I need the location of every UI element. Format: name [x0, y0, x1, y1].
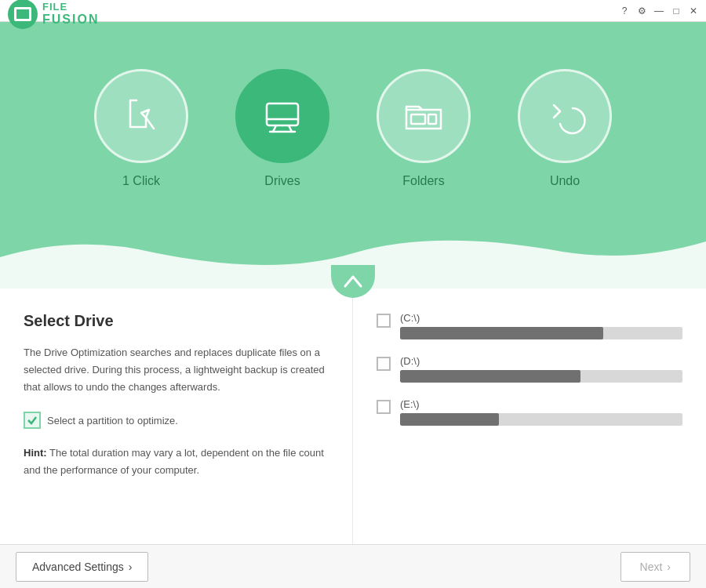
logo: FILE FUSION — [8, 0, 99, 26]
drive-label-c: (C:\) — [400, 312, 682, 324]
check-icon — [27, 415, 38, 426]
logo-text: FILE FUSION — [42, 2, 99, 27]
partition-hint-row: Select a partition to optimize. — [24, 412, 329, 429]
drive-info-c: (C:\) — [400, 312, 682, 339]
undo-icon — [543, 94, 587, 138]
nav-item-1click[interactable]: 1 Click — [94, 69, 188, 188]
drive-bar-fill-d — [400, 370, 580, 383]
minimize-button[interactable]: — — [653, 5, 665, 17]
nav-item-undo[interactable]: Undo — [518, 69, 612, 188]
drive-checkbox-c[interactable] — [377, 314, 391, 328]
next-button[interactable]: Next › — [620, 552, 690, 582]
drives-list: (C:\) (D:\) — [377, 312, 682, 552]
drive-label-d: (D:\) — [400, 355, 682, 367]
close-button[interactable]: ✕ — [687, 5, 700, 17]
hint-text: Hint: The total duration may vary a lot,… — [24, 445, 329, 479]
left-panel: Select Drive The Drive Optimization sear… — [0, 289, 353, 588]
nav-label-folders: Folders — [402, 174, 444, 188]
main-content: Select Drive The Drive Optimization sear… — [0, 289, 706, 588]
partition-text: Select a partition to optimize. — [47, 415, 178, 426]
drive-info-d: (D:\) — [400, 355, 682, 383]
nav-circle-folders — [377, 69, 471, 163]
click-icon — [119, 94, 163, 138]
titlebar: FILE FUSION ? ⚙ — □ ✕ — [0, 0, 706, 22]
drive-bar-bg-d — [400, 370, 682, 383]
nav-row: 1 Click Drives — [0, 69, 706, 188]
nav-label-drives: Drives — [264, 174, 300, 188]
nav-circle-drives — [235, 69, 329, 163]
next-label: Next — [640, 561, 663, 573]
logo-icon — [8, 0, 38, 29]
nav-circle-1click — [94, 69, 188, 163]
section-title: Select Drive — [24, 312, 329, 330]
drive-label-e: (E:\) — [400, 398, 682, 410]
drives-icon — [260, 94, 304, 138]
window-controls: ? ⚙ — □ ✕ — [618, 5, 700, 17]
drive-info-e: (E:\) — [400, 398, 682, 426]
settings-button[interactable]: ⚙ — [635, 5, 648, 17]
nav-item-drives[interactable]: Drives — [235, 69, 329, 188]
chevron-right-icon: › — [129, 561, 133, 573]
folders-icon — [402, 94, 446, 138]
chevron-up-icon — [344, 274, 362, 289]
drive-checkbox-d[interactable] — [377, 357, 391, 371]
drive-bar-fill-e — [400, 413, 499, 426]
nav-label-undo: Undo — [550, 174, 580, 188]
drive-item-c: (C:\) — [377, 312, 682, 339]
drive-bar-bg-c — [400, 327, 682, 339]
bottom-bar: Advanced Settings › Next › — [0, 544, 706, 588]
logo-fusion-label: FUSION — [42, 13, 99, 27]
hint-label: Hint: — [24, 447, 47, 459]
drive-item-d: (D:\) — [377, 355, 682, 383]
svg-rect-1 — [267, 103, 298, 125]
nav-item-folders[interactable]: Folders — [377, 69, 471, 188]
next-arrow-icon: › — [667, 561, 671, 573]
svg-rect-6 — [411, 114, 425, 124]
svg-rect-7 — [428, 114, 436, 124]
help-button[interactable]: ? — [618, 5, 631, 17]
drive-bar-fill-c — [400, 327, 603, 339]
header-area: 1 Click Drives — [0, 22, 706, 289]
partition-checkbox[interactable] — [24, 412, 41, 429]
section-desc: The Drive Optimization searches and repl… — [24, 344, 329, 396]
nav-circle-undo — [518, 69, 612, 163]
drive-bar-bg-e — [400, 413, 682, 426]
nav-label-1click: 1 Click — [122, 174, 160, 188]
logo-file-label: FILE — [42, 2, 99, 13]
drive-checkbox-e[interactable] — [377, 400, 391, 414]
advanced-settings-label: Advanced Settings — [32, 561, 124, 573]
right-panel: (C:\) (D:\) — [353, 289, 706, 588]
drive-item-e: (E:\) — [377, 398, 682, 426]
advanced-settings-button[interactable]: Advanced Settings › — [16, 552, 148, 582]
hint-body: The total duration may vary a lot, depen… — [24, 447, 324, 476]
maximize-button[interactable]: □ — [670, 5, 682, 17]
svg-line-0 — [146, 118, 154, 129]
